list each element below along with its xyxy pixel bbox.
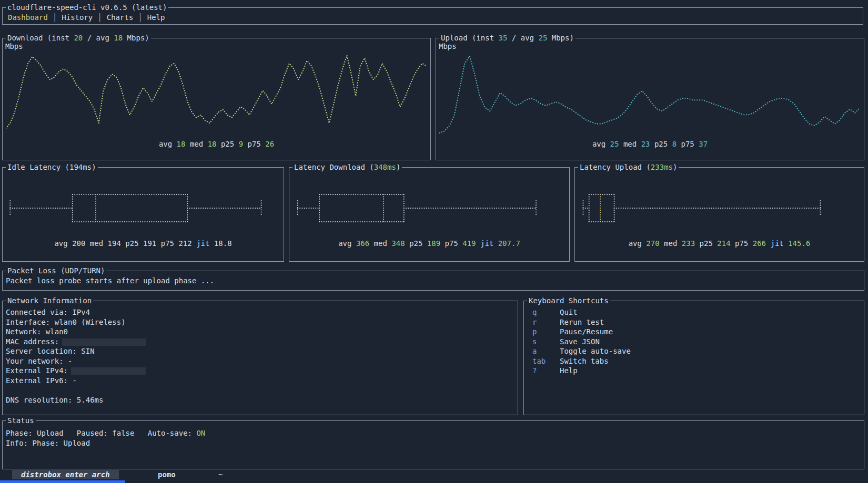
download-panel-title: Download (inst 20 / avg 18 Mbps) [6, 34, 151, 42]
latency-download-boxplot [294, 179, 566, 237]
prompt-command: distrobox enter arch [12, 470, 119, 479]
status-panel: Status Phase: Upload Paused: false Auto-… [2, 420, 864, 469]
tab-history[interactable]: History [62, 13, 93, 22]
app-title: cloudflare-speed-cli v0.6.5 (latest) [6, 3, 168, 12]
status-phase-line: Phase: Upload Paused: false Auto-save: O… [6, 428, 864, 438]
network-info-line: Connected via: IPv4 [6, 307, 512, 317]
shortcut-item: pPause/Resume [532, 327, 864, 337]
shortcut-item: tabSwitch tabs [532, 356, 864, 366]
tab-dashboard[interactable]: Dashboard [8, 13, 48, 22]
network-info-line: Interface: wlan0 (Wireless) [6, 317, 512, 327]
shortcut-key: p [532, 327, 560, 337]
shortcut-list: qQuitrRerun testpPause/ResumesSave JSONa… [524, 301, 864, 376]
shortcut-item: ?Help [532, 366, 864, 376]
latency-upload-panel: Latency Upload (233ms) avg 270 med 233 p… [574, 167, 864, 262]
latency-download-title: Latency Download (348ms) [292, 163, 402, 171]
network-info-title: Network Information [6, 296, 93, 305]
network-info-panel: Network Information Connected via: IPv4I… [2, 301, 518, 415]
shortcut-key: s [532, 337, 560, 347]
idle-latency-panel: Idle Latency (194ms) avg 200 med 194 p25… [2, 167, 284, 262]
download-ylabel: Mbps [5, 42, 23, 50]
upload-ylabel: Mbps [439, 42, 457, 50]
shortcut-label: Save JSON [560, 337, 600, 346]
network-info-line: Your network: - [6, 356, 512, 366]
status-info-line: Info: Phase: Upload [6, 438, 864, 448]
prompt-accent-bar [0, 480, 125, 483]
shell-prompt: distrobox enter arch pomo ~ [0, 469, 868, 483]
upload-panel: Upload (inst 35 / avg 25 Mbps) Mbps avg … [436, 38, 864, 160]
upload-stats: avg 25 med 23 p25 8 p75 37 [436, 140, 864, 148]
packet-loss-title: Packet Loss (UDP/TURN) [6, 266, 106, 275]
network-info-line: Network: wlan0 [6, 327, 512, 337]
idle-latency-boxplot [7, 179, 280, 237]
shortcut-key: a [532, 346, 560, 356]
shortcut-label: Quit [560, 308, 578, 316]
upload-chart [439, 50, 860, 138]
network-info-line: DNS resolution: 5.46ms [6, 395, 512, 405]
shortcut-key: ? [532, 366, 560, 376]
shortcut-label: Rerun test [560, 318, 604, 326]
terminal-screen: cloudflare-speed-cli v0.6.5 (latest) Das… [0, 0, 868, 483]
shortcut-label: Help [560, 366, 578, 375]
shortcut-item: qQuit [532, 307, 864, 317]
latency-upload-stats: avg 270 med 233 p25 214 p75 266 jit 145.… [575, 239, 864, 248]
latency-upload-title: Latency Upload (233ms) [578, 163, 679, 171]
download-chart [6, 50, 427, 138]
latency-download-stats: avg 366 med 348 p25 189 p75 419 jit 207.… [289, 239, 569, 248]
shortcut-key: r [532, 317, 560, 327]
latency-download-panel: Latency Download (348ms) avg 366 med 348… [289, 167, 570, 262]
upload-panel-title: Upload (inst 35 / avg 25 Mbps) [439, 34, 576, 42]
tab-help[interactable]: Help [147, 13, 165, 22]
network-info-line: Server location: SIN [6, 346, 512, 356]
tab-separator: │ [138, 13, 142, 22]
network-info-line: External IPv4: [6, 366, 512, 376]
prompt-path: ~ [218, 470, 223, 479]
tab-separator: │ [53, 13, 57, 22]
prompt-host: pomo [158, 470, 176, 479]
shortcut-key: q [532, 307, 560, 317]
status-lines: Phase: Upload Paused: false Auto-save: O… [3, 421, 864, 448]
shortcut-label: Switch tabs [560, 357, 609, 365]
shortcut-label: Toggle auto-save [560, 347, 631, 355]
keyboard-shortcuts-title: Keyboard Shortcuts [527, 296, 610, 305]
shortcut-key: tab [532, 356, 560, 366]
idle-latency-stats: avg 200 med 194 p25 191 p75 212 jit 18.8 [3, 239, 284, 248]
packet-loss-panel: Packet Loss (UDP/TURN) Packet loss probe… [2, 271, 864, 291]
shortcut-item: aToggle auto-save [532, 346, 864, 356]
shortcut-item: rRerun test [532, 317, 864, 327]
tab-charts[interactable]: Charts [107, 13, 134, 22]
shortcut-label: Pause/Resume [560, 327, 613, 336]
keyboard-shortcuts-panel: Keyboard Shortcuts qQuitrRerun testpPaus… [523, 301, 864, 415]
redacted-value [71, 367, 146, 375]
shortcut-item: sSave JSON [532, 337, 864, 347]
redacted-value [62, 338, 146, 346]
network-info-line: MAC address: [6, 337, 512, 347]
tab-separator: │ [97, 13, 102, 22]
network-info-line [6, 385, 512, 395]
app-header-panel: cloudflare-speed-cli v0.6.5 (latest) Das… [2, 7, 863, 25]
network-info-line: External IPv6: - [6, 376, 512, 386]
idle-latency-title: Idle Latency (194ms) [6, 163, 98, 171]
packet-loss-message: Packet loss probe starts after upload ph… [3, 271, 864, 285]
network-info-lines: Connected via: IPv4Interface: wlan0 (Wir… [3, 301, 518, 405]
download-panel: Download (inst 20 / avg 18 Mbps) Mbps av… [2, 38, 431, 160]
latency-upload-boxplot [579, 179, 860, 237]
download-stats: avg 18 med 18 p25 9 p75 26 [3, 140, 430, 148]
status-title: Status [6, 416, 36, 425]
